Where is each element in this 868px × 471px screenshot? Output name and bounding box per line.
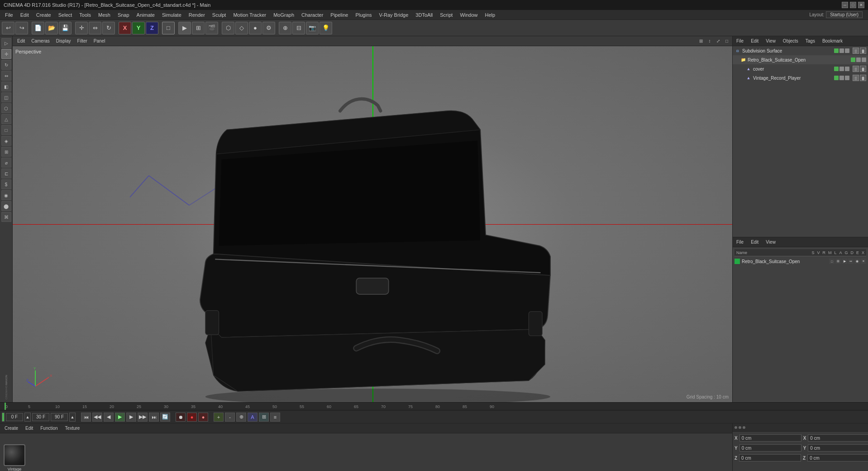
undo-button[interactable]: ↩: [2, 22, 14, 34]
y-axis-btn[interactable]: Y: [132, 22, 145, 34]
tool-16[interactable]: ⌘: [1, 212, 11, 222]
obj-tab-edit[interactable]: Edit: [747, 38, 762, 44]
rotate-tool[interactable]: ↻: [102, 22, 115, 34]
attrs-tab-file[interactable]: File: [733, 239, 747, 245]
obj-item-cover[interactable]: ▲ cover ▒ ▓: [733, 64, 868, 73]
viewport[interactable]: Perspective: [13, 46, 732, 402]
tool-scale[interactable]: ⇔: [1, 71, 11, 81]
menu-vray[interactable]: V-Ray Bridge: [376, 11, 412, 19]
menu-script[interactable]: Script: [437, 11, 456, 19]
coord-x-pos[interactable]: [739, 434, 801, 442]
obj-tab-view[interactable]: View: [762, 38, 779, 44]
record-btn[interactable]: ⏺: [176, 413, 186, 422]
tool-15[interactable]: ⬤: [1, 201, 11, 211]
menu-motion-tracker[interactable]: Motion Tracker: [230, 11, 269, 19]
tool-7[interactable]: △: [1, 114, 11, 124]
new-button[interactable]: 📄: [32, 22, 44, 34]
layout-dropdown[interactable]: Startup (User): [826, 11, 863, 18]
maximize-button[interactable]: □: [850, 2, 856, 8]
menu-select[interactable]: Select: [55, 11, 76, 19]
viewport-edit-btn[interactable]: Edit: [14, 38, 28, 44]
menu-sculpt[interactable]: Sculpt: [209, 11, 229, 19]
add-key-btn[interactable]: +: [214, 413, 224, 422]
go-start-btn[interactable]: ⏮: [81, 413, 91, 422]
menu-pipeline[interactable]: Pipeline: [327, 11, 351, 19]
motion-btn[interactable]: ⊞: [259, 413, 269, 422]
attr-icon-3[interactable]: ▶: [842, 259, 847, 264]
step-back-btn[interactable]: ◀: [104, 413, 114, 422]
obj-tab-file[interactable]: File: [733, 38, 747, 44]
attr-icon-2[interactable]: ⊞: [835, 259, 841, 264]
end-frame-field[interactable]: [51, 413, 68, 421]
menu-mograph[interactable]: MoGraph: [270, 11, 297, 19]
del-key-btn[interactable]: -: [225, 413, 235, 422]
key-mode-btn[interactable]: ⊕: [236, 413, 246, 422]
scale-tool[interactable]: ⇔: [89, 22, 101, 34]
current-frame-field[interactable]: [6, 413, 23, 421]
timeline-btn[interactable]: ≡: [270, 413, 280, 422]
attr-icon-6[interactable]: ✕: [861, 259, 866, 264]
tool-move[interactable]: ✛: [1, 49, 11, 59]
record-key-btn[interactable]: ●: [198, 413, 208, 422]
play-btn[interactable]: ▶: [115, 413, 125, 422]
obj-tab-bookmark[interactable]: Bookmark: [819, 38, 846, 44]
menu-file[interactable]: File: [2, 11, 16, 19]
menu-3dtoall[interactable]: 3DToAll: [412, 11, 436, 19]
close-button[interactable]: ✕: [858, 2, 864, 8]
obj-tab-tags[interactable]: Tags: [802, 38, 819, 44]
minimize-button[interactable]: ─: [842, 2, 848, 8]
loop-btn[interactable]: 🔄: [160, 413, 170, 422]
obj-item-subdivision[interactable]: ⧈ Subdivision Surface ▒ ▓: [733, 46, 868, 55]
prev-frame-btn[interactable]: ◀◀: [92, 413, 102, 422]
menu-tools[interactable]: Tools: [76, 11, 94, 19]
next-frame-btn[interactable]: ▶▶: [138, 413, 148, 422]
tool-14[interactable]: ◉: [1, 190, 11, 200]
menu-animate[interactable]: Animate: [134, 11, 158, 19]
end-frame-up-btn[interactable]: ▲: [69, 413, 76, 422]
menu-help[interactable]: Help: [482, 11, 499, 19]
render-to-po-btn[interactable]: 🎬: [205, 22, 218, 34]
floor-btn[interactable]: ⊟: [292, 22, 305, 34]
coord-x-size[interactable]: [808, 434, 868, 442]
menu-render[interactable]: Render: [186, 11, 208, 19]
tool-8[interactable]: □: [1, 125, 11, 135]
mat-tab-function[interactable]: Function: [38, 425, 60, 431]
menu-simulate[interactable]: Simulate: [159, 11, 185, 19]
tool-13[interactable]: $: [1, 179, 11, 189]
x-axis-btn[interactable]: X: [119, 22, 131, 34]
tool-6[interactable]: ⬡: [1, 103, 11, 113]
tool-9[interactable]: ◈: [1, 136, 11, 146]
tool-11[interactable]: ⌀: [1, 158, 11, 168]
tool-4[interactable]: ◧: [1, 82, 11, 91]
tool-12[interactable]: ⊏: [1, 168, 11, 178]
viewport-filter-btn[interactable]: Filter: [75, 38, 90, 44]
attr-icon-1[interactable]: □: [829, 259, 835, 264]
move-tool[interactable]: ✛: [75, 22, 88, 34]
menu-plugins[interactable]: Plugins: [352, 11, 375, 19]
camera-btn[interactable]: 📷: [306, 22, 319, 34]
mat-tab-create[interactable]: Create: [2, 425, 21, 431]
mat-tab-edit[interactable]: Edit: [23, 425, 36, 431]
menu-mesh[interactable]: Mesh: [95, 11, 114, 19]
auto-key-btn[interactable]: A: [248, 413, 258, 422]
viewport-cameras-btn[interactable]: Cameras: [29, 38, 52, 44]
render-region-btn[interactable]: ⊞: [192, 22, 205, 34]
render-btn[interactable]: ▶: [178, 22, 191, 34]
attr-icon-4[interactable]: ⇔: [848, 259, 854, 264]
viewport-display-btn[interactable]: Display: [53, 38, 74, 44]
edge-btn[interactable]: ◇: [235, 22, 248, 34]
viewport-icon-3[interactable]: ⤢: [715, 38, 722, 45]
viewport-icon-2[interactable]: ↕: [706, 38, 713, 45]
record-active-btn[interactable]: ●: [187, 413, 197, 422]
obj-item-vintage[interactable]: ▲ Vintage_Record_Player ▒ ▓: [733, 73, 868, 82]
open-button[interactable]: 📂: [45, 22, 58, 34]
attr-icon-5[interactable]: ◉: [854, 259, 860, 264]
obj-item-suitcase[interactable]: 📁 Retro_Black_Suitcase_Open: [733, 55, 868, 64]
obj-tab-objects[interactable]: Objects: [779, 38, 802, 44]
viewport-icon-1[interactable]: ⊞: [697, 38, 705, 45]
point-btn[interactable]: ●: [249, 22, 262, 34]
attrs-tab-view[interactable]: View: [762, 239, 779, 245]
viewport-icon-4[interactable]: □: [723, 38, 730, 45]
material-vintage[interactable]: Vintage: [4, 444, 25, 471]
menu-snap[interactable]: Snap: [114, 11, 133, 19]
